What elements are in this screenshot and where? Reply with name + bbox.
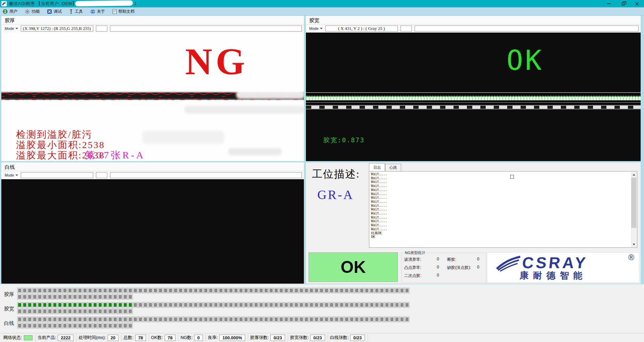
- indicator-cell-off: [314, 288, 319, 293]
- indicator-group: 胶宽: [4, 302, 644, 315]
- indicator-cell-off: [360, 317, 364, 322]
- indicator-cell-off: [163, 317, 168, 322]
- chevron-down-icon: [15, 175, 18, 176]
- glue-width-title: 胶宽: [306, 16, 641, 25]
- indicator-cell-off: [344, 302, 349, 307]
- indicator-cell-off: [128, 323, 132, 328]
- indicator-cell-off: [78, 323, 82, 328]
- menu-item-tools[interactable]: 工具: [69, 9, 83, 14]
- minimize-button[interactable]: [602, 0, 616, 7]
- arrow-up-icon: [633, 174, 635, 176]
- log-list[interactable]: Wait....Wait....Wait....Wait....Wait....…: [369, 171, 637, 248]
- menu-item-help[interactable]: 帮助文档: [112, 9, 135, 14]
- status-label: 当前产品:: [38, 335, 56, 341]
- indicator-cell-off: [189, 317, 193, 322]
- indicator-cell-off: [17, 309, 22, 314]
- menu-item-debug[interactable]: 调试: [47, 9, 62, 14]
- defect-line: 溢胶最小面积:2538: [16, 140, 105, 150]
- indicator-cell-off: [133, 317, 138, 322]
- menu-item-user[interactable]: 用户: [3, 9, 17, 14]
- menubar: 用户 功能 调试 工具 关于 帮助文档: [0, 7, 644, 16]
- indicator-cell-off: [78, 288, 82, 293]
- indicator-cell-off: [284, 302, 288, 307]
- indicator-cell-off: [148, 288, 153, 293]
- log-line: Wait....: [371, 176, 630, 180]
- log-line: 结果OK: [371, 231, 630, 235]
- indicator-cell-off: [274, 317, 278, 322]
- indicator-cell-off: [163, 288, 168, 293]
- indicator-cell-off: [269, 288, 273, 293]
- indicator-cell-off: [229, 288, 233, 293]
- indicator-cell-off: [299, 302, 304, 307]
- indicator-cell-off: [68, 309, 72, 314]
- status-label: 胶宽张数:: [290, 335, 309, 341]
- status-value: 0/23: [350, 335, 365, 341]
- indicator-cell-on: [22, 302, 27, 307]
- mode-box-small: [96, 172, 107, 178]
- mode-dropdown[interactable]: Mode: [5, 173, 18, 177]
- indicator-cell-on: [17, 302, 22, 307]
- indicator-cell-off: [38, 317, 42, 322]
- indicator-cell-off: [78, 309, 82, 314]
- tab-log[interactable]: 日志: [369, 163, 385, 171]
- indicator-cell-off: [83, 323, 87, 328]
- indicator-cell-off: [113, 323, 117, 328]
- scroll-up-button[interactable]: [631, 172, 637, 177]
- ng-stat-value: 0: [437, 265, 444, 271]
- status-label: 总数:: [123, 335, 133, 341]
- app-window: 侧涂AOI程序 【当前用户: OEM】 编 1 用户 功能 调试 工具 关于: [0, 0, 644, 342]
- ng-stat-value: 0: [477, 265, 484, 271]
- indicator-cell-off: [118, 317, 122, 322]
- status-label: 处理时间(ms):: [78, 335, 106, 341]
- tab-heartbeat[interactable]: 心跳: [385, 164, 401, 171]
- mode-label: Mode: [5, 27, 14, 31]
- indicator-cell-off: [73, 294, 77, 299]
- indicator-cell-off: [289, 302, 293, 307]
- indicator-cell-off: [158, 302, 163, 307]
- indicator-cell-off: [138, 288, 143, 293]
- mode-box-small: [400, 26, 412, 32]
- indicator-row: [17, 302, 409, 307]
- restore-button[interactable]: [616, 0, 630, 7]
- indicator-cell-on: [128, 302, 132, 307]
- station-description-label: 工位描述:: [312, 167, 360, 181]
- indicator-group-label: 胶厚: [4, 291, 17, 298]
- indicator-cell-off: [43, 317, 47, 322]
- log-checkbox[interactable]: [510, 175, 514, 179]
- indicator-cell-off: [58, 288, 62, 293]
- glue-bead-strip: [306, 92, 641, 103]
- status-ok-count: OK数:78: [149, 334, 178, 341]
- ng-stat-label: 凸点异常:: [404, 265, 421, 271]
- indicator-cell-off: [309, 302, 314, 307]
- mode-dropdown[interactable]: Mode: [309, 27, 323, 31]
- log-scrollbar[interactable]: [631, 172, 637, 247]
- indicator-cell-on: [58, 302, 62, 307]
- indicator-cell-off: [98, 288, 102, 293]
- menu-item-about[interactable]: 关于: [90, 9, 105, 14]
- indicator-cell-off: [98, 294, 102, 299]
- scrollbar-thumb[interactable]: [631, 178, 636, 228]
- titlebar: 侧涂AOI程序 【当前用户: OEM】 编 1: [0, 0, 644, 7]
- close-button[interactable]: [630, 0, 644, 7]
- pixel-readout: ( X 431, Y 2 ) : ( Gray 25 ): [325, 26, 398, 32]
- indicator-cell-off: [204, 302, 208, 307]
- indicator-cell-on: [38, 302, 42, 307]
- indicator-cell-off: [168, 317, 173, 322]
- indicator-cell-off: [93, 317, 97, 322]
- status-label: 良率:: [208, 335, 218, 341]
- indicator-cell-off: [88, 288, 92, 293]
- indicator-cell-off: [183, 317, 188, 322]
- indicator-cell-on: [63, 302, 67, 307]
- ng-stat-row: 凸点异常:0: [404, 265, 444, 271]
- indicator-cell-off: [53, 317, 57, 322]
- scroll-down-button[interactable]: [631, 242, 637, 247]
- pixel-readout: (X 398,Y 1272) : (R 255,G 255,B 255): [21, 26, 93, 32]
- mode-dropdown[interactable]: Mode: [5, 27, 18, 31]
- title-censor-blob: [75, 0, 133, 6]
- menu-item-function[interactable]: 功能: [25, 9, 40, 14]
- result-ok-button[interactable]: OK: [309, 252, 398, 282]
- indicator-cell-off: [17, 323, 22, 328]
- indicator-cell-off: [209, 317, 213, 322]
- indicator-cell-off: [279, 302, 283, 307]
- menu-label: 用户: [9, 9, 17, 14]
